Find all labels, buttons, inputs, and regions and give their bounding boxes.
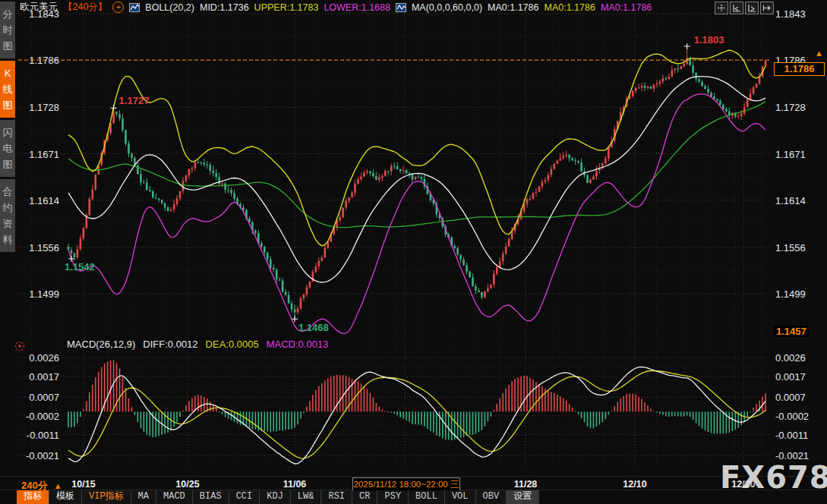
macd-axis-label-right: 0.0017 <box>775 371 806 383</box>
extreme-marker <box>684 43 690 49</box>
symbol-name: 欧元美元 <box>20 1 58 14</box>
left-sidebar: 分时图 K线图 闪电图 合约资料 <box>0 0 15 504</box>
current-price-tag: 1.1786 <box>774 62 825 76</box>
toolbar-item-vip-indicator[interactable]: VIP指标 <box>82 490 131 504</box>
date-label: 10/25 <box>163 479 212 490</box>
price-annotation: 1.1468 <box>298 322 329 333</box>
macd-axis-label-right: -0.0021 <box>775 450 809 461</box>
pan-right-icon[interactable] <box>760 2 774 14</box>
toolbar-item-obv[interactable]: OBV <box>476 490 507 504</box>
date-label: 10/15 <box>59 479 108 490</box>
sidebar-item-time-chart[interactable]: 分时图 <box>0 2 15 58</box>
toolbar-item-ma[interactable]: MA <box>131 490 156 504</box>
toolbar-item-bias[interactable]: BIAS <box>193 490 229 504</box>
toolbar-item-template[interactable]: 模板 <box>49 490 82 504</box>
price-annotation: 1.1803 <box>694 34 724 46</box>
boll-label: BOLL(20,2) <box>145 2 194 13</box>
divider-line <box>0 476 827 477</box>
price-axis-label-right: 1.1614 <box>775 195 806 206</box>
toolbar-item-indicator[interactable]: 指标 <box>17 490 49 504</box>
toolbar-item-psy[interactable]: PSY <box>377 490 409 504</box>
macd-axis-label-left: -0.0021 <box>15 450 59 461</box>
price-axis-label-left: 1.1614 <box>15 195 59 206</box>
ma-boll-lines-layer <box>68 50 765 333</box>
chart-header: 欧元美元 【240分】 + BOLL(20,2) MID:1.1736 UPPE… <box>20 1 652 14</box>
toolbar-item-rsi[interactable]: RSI <box>321 490 352 504</box>
boll-upper-value: UPPER:1.1783 <box>254 2 319 13</box>
chart-tool-buttons <box>715 2 774 14</box>
toolbar-item-settings[interactable]: 设置 <box>507 490 539 504</box>
sidebar-item-kline-chart[interactable]: K线图 <box>0 61 15 118</box>
toolbar-item-lwr[interactable]: LW& <box>291 490 322 504</box>
price-up-arrow-icon: ▲ <box>815 49 823 58</box>
price-axis-label-right: 1.1556 <box>775 242 806 254</box>
macd-axis-label-right: 0.0026 <box>775 352 806 364</box>
price-axis-label-left: 1.1556 <box>15 242 59 254</box>
macd-axis-label-right: -0.0002 <box>775 411 809 422</box>
chart-canvas[interactable] <box>0 0 827 504</box>
macd-axis-label-right: 0.0007 <box>775 392 806 403</box>
macd-axis-label-right: -0.0011 <box>775 430 808 441</box>
ma0-white-value: MA0:1.1786 <box>488 2 538 13</box>
toolbar-item-kdj[interactable]: KDJ <box>260 490 291 504</box>
macd-params-label: MACD(26,12,9) <box>67 339 135 350</box>
toolbar-item-cci[interactable]: CCI <box>229 490 260 504</box>
extreme-marker <box>111 105 117 111</box>
period-selector-label: 240分 <box>21 480 48 491</box>
macd-axis-label-left: 0.0026 <box>15 352 59 364</box>
toolbar-item-boll[interactable]: BOLL <box>409 490 445 504</box>
crosshair-date-box: 2025/11/12 18:00~22:00 三 <box>352 477 460 491</box>
ma0-yellow-value: MA0:1.1786 <box>544 2 595 13</box>
macd-axis-label-left: 0.0007 <box>15 392 59 403</box>
macd-diff-value: DIFF:0.0012 <box>143 339 197 350</box>
trading-app-window: 分时图 K线图 闪电图 合约资料 欧元美元 【240分】 + BOLL(20,2… <box>0 0 827 504</box>
ma-label: MA(0,0,0,60,0,0) <box>412 2 482 13</box>
price-axis-label-left: 1.1499 <box>15 288 59 300</box>
date-label: 11/06 <box>270 479 319 490</box>
price-axis-label-right: 1.1671 <box>775 149 806 160</box>
candles-layer <box>68 46 767 319</box>
price-annotation: 1.1727 <box>119 95 150 106</box>
price-axis-label-right: 1.1499 <box>775 288 806 300</box>
crosshair-target-icon[interactable] <box>14 340 26 352</box>
toolbar-item-cr[interactable]: CR <box>352 490 377 504</box>
macd-dea-value: DEA:0.0005 <box>206 339 259 350</box>
boll-mid-value: MID:1.1736 <box>200 2 249 13</box>
crosshair-tool-icon[interactable] <box>715 2 728 14</box>
macd-axis-label-left: -0.0011 <box>15 430 59 441</box>
scale-left-icon[interactable] <box>730 2 743 14</box>
date-label: 12/10 <box>611 479 659 490</box>
scale-right-icon[interactable] <box>745 2 759 14</box>
price-axis-label-right: 1.1843 <box>775 8 806 20</box>
macd-layer <box>68 360 765 464</box>
ma0-magenta-value: MA0:1.1786 <box>601 2 652 13</box>
price-axis-label-right: 1.1728 <box>775 102 806 113</box>
price-axis-label-left: 1.1728 <box>15 102 59 113</box>
toolbar-item-vol[interactable]: VOL <box>445 490 476 504</box>
macd-header: MACD(26,12,9) DIFF:0.0012 DEA:0.0005 MAC… <box>67 339 328 350</box>
sidebar-item-lightning-chart[interactable]: 闪电图 <box>0 120 15 177</box>
period-label: 【240分】 <box>63 1 107 14</box>
macd-macd-value: MACD:0.0013 <box>267 339 329 350</box>
toolbar-item-macd[interactable]: MACD <box>156 490 193 504</box>
macd-axis-label-left: 0.0017 <box>15 371 59 383</box>
period-up-triangle-icon: ▲ <box>54 481 62 490</box>
macd-axis-label-left: -0.0002 <box>15 411 59 422</box>
indicator-toolbar: 指标模板VIP指标MAMACDBIASCCIKDJLW&RSICRPSYBOLL… <box>17 490 539 504</box>
boll-indicator-icon[interactable] <box>129 3 140 12</box>
date-label: 12/20 <box>719 479 768 490</box>
price-annotation: 1.1542 <box>65 261 95 272</box>
price-axis-label-left: 1.1671 <box>15 149 59 160</box>
date-label: 11/28 <box>501 479 550 490</box>
boll-lower-value: LOWER:1.1688 <box>324 2 390 13</box>
add-indicator-icon[interactable]: + <box>112 2 124 13</box>
sidebar-item-contract-info[interactable]: 合约资料 <box>0 179 15 252</box>
price-axis-label-left: 1.1786 <box>15 55 59 66</box>
low-price-tag: 1.1457 <box>774 326 809 337</box>
ma-indicator-icon[interactable] <box>396 3 406 12</box>
